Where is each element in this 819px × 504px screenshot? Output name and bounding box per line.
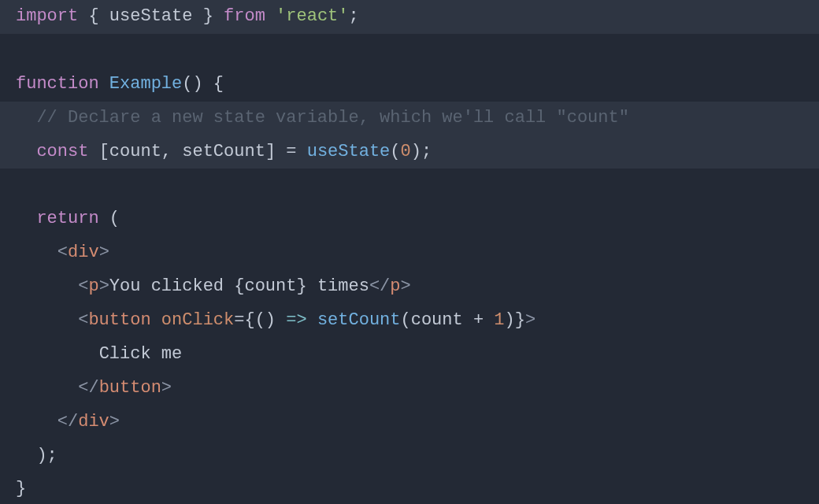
code-editor[interactable]: import { useState } from 'react'; functi… [0, 0, 819, 504]
code-line: Click me [0, 338, 819, 372]
code-line: <div> [0, 236, 819, 270]
ident-count: count [109, 142, 161, 161]
jsx-tag-p-close: p [390, 276, 400, 296]
blank-line [0, 169, 819, 202]
jsx-tag-div-close: div [78, 412, 109, 432]
code-line: import { useState } from 'react'; [0, 0, 819, 34]
code-line: ); [0, 439, 819, 473]
code-line: <p>You clicked {count} times</p> [0, 270, 819, 304]
ident-count: count [244, 276, 296, 296]
function-name-example: Example [109, 74, 182, 94]
code-line: function Example() { [0, 68, 819, 102]
keyword-import: import [16, 6, 78, 26]
code-line: </button> [0, 372, 819, 406]
code-line: } [0, 472, 819, 504]
jsx-text: You clicked [109, 276, 234, 296]
code-line: // Declare a new state variable, which w… [0, 102, 819, 135]
jsx-tag-button: button [88, 310, 150, 330]
jsx-tag-div: div [68, 243, 99, 262]
call-useState: useState [307, 142, 391, 161]
jsx-text-click-me: Click me [99, 344, 183, 364]
ident-setcount: setCount [182, 142, 265, 161]
comment: // Declare a new state variable, which w… [36, 108, 629, 128]
number-one: 1 [494, 310, 504, 330]
code-line: const [count, setCount] = useState(0); [0, 135, 819, 169]
keyword-from: from [224, 6, 265, 26]
jsx-text: times [307, 276, 369, 296]
keyword-const: const [36, 142, 88, 161]
ident-count: count [411, 310, 463, 330]
call-setcount: setCount [317, 310, 401, 330]
code-line: <button onClick={() => setCount(count + … [0, 304, 819, 338]
jsx-attr-onclick: onClick [161, 310, 234, 330]
blank-line [0, 34, 819, 68]
keyword-function: function [16, 74, 99, 94]
keyword-return: return [36, 209, 98, 228]
arrow-op: => [286, 310, 306, 330]
code-line: </div> [0, 406, 819, 439]
code-line: return ( [0, 202, 819, 236]
number-zero: 0 [401, 142, 411, 161]
jsx-tag-button-close: button [99, 378, 161, 398]
jsx-tag-p: p [88, 276, 98, 296]
string-react: 'react' [276, 6, 348, 26]
ident-useState: useState [109, 6, 193, 26]
